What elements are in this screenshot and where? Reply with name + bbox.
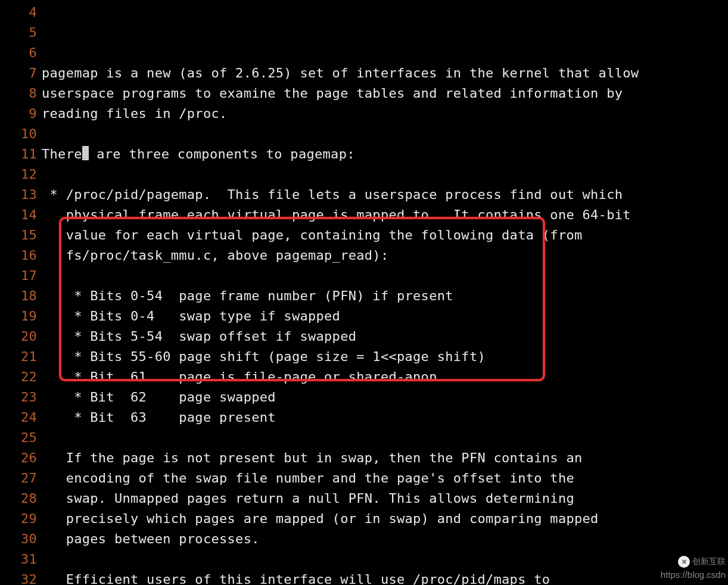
code-line[interactable] — [42, 428, 728, 448]
line-number: 23 — [0, 387, 37, 407]
code-area[interactable]: pagemap is a new (as of 2.6.25) set of i… — [42, 2, 728, 585]
code-line[interactable] — [42, 549, 728, 570]
line-number: 8 — [0, 83, 37, 104]
line-number-gutter: 4567891011121314151617181920212223242526… — [0, 2, 42, 585]
line-number: 16 — [0, 245, 37, 266]
code-line[interactable]: pagemap is a new (as of 2.6.25) set of i… — [42, 63, 728, 83]
code-line[interactable]: * Bits 55-60 page shift (page size = 1<<… — [42, 347, 728, 367]
code-line[interactable]: * Bits 0-54 page frame number (PFN) if p… — [42, 286, 728, 306]
line-number: 32 — [0, 570, 37, 585]
code-line[interactable]: * Bit 62 page swapped — [42, 387, 728, 407]
code-line[interactable] — [42, 124, 728, 144]
code-line[interactable]: precisely which pages are mapped (or in … — [42, 509, 728, 529]
code-line[interactable]: swap. Unmapped pages return a null PFN. … — [42, 488, 728, 509]
code-line[interactable] — [42, 164, 728, 185]
code-line[interactable]: There are three components to pagemap: — [42, 144, 728, 164]
watermark-url: https://blog.csdn — [661, 568, 726, 581]
line-number: 17 — [0, 266, 37, 286]
line-number: 21 — [0, 347, 37, 367]
line-number: 30 — [0, 529, 37, 549]
code-line[interactable]: reading files in /proc. — [42, 104, 728, 124]
watermark-logo-icon: ✕ — [678, 556, 690, 568]
line-number: 22 — [0, 367, 37, 387]
line-number: 12 — [0, 164, 37, 185]
code-line[interactable]: Efficient users of this interface will u… — [42, 570, 728, 585]
line-number: 11 — [0, 144, 37, 164]
watermark-brand-text: 创新互联 — [692, 555, 726, 568]
line-number: 24 — [0, 407, 37, 428]
code-line[interactable]: fs/proc/task_mmu.c, above pagemap_read): — [42, 245, 728, 266]
line-number: 27 — [0, 468, 37, 488]
line-number: 15 — [0, 225, 37, 245]
code-text: There — [42, 147, 82, 161]
line-number: 25 — [0, 428, 37, 448]
code-line[interactable]: userspace programs to examine the page t… — [42, 83, 728, 104]
code-line[interactable]: pages between processes. — [42, 529, 728, 549]
line-number: 18 — [0, 286, 37, 306]
code-line[interactable]: encoding of the swap file number and the… — [42, 468, 728, 488]
code-line[interactable]: * Bits 5-54 swap offset if swapped — [42, 326, 728, 347]
line-number: 28 — [0, 488, 37, 509]
line-number: 7 — [0, 63, 37, 83]
text-editor-view[interactable]: 4567891011121314151617181920212223242526… — [0, 0, 728, 585]
line-number: 5 — [0, 23, 37, 43]
line-number: 19 — [0, 306, 37, 326]
line-number: 26 — [0, 448, 37, 468]
text-cursor-icon — [82, 146, 89, 160]
line-number: 9 — [0, 104, 37, 124]
code-line[interactable] — [42, 266, 728, 286]
code-line[interactable]: If the page is not present but in swap, … — [42, 448, 728, 468]
line-number: 4 — [0, 2, 37, 23]
line-number: 6 — [0, 43, 37, 63]
line-number: 10 — [0, 124, 37, 144]
code-line[interactable]: * Bits 0-4 swap type if swapped — [42, 306, 728, 326]
code-line[interactable]: * /proc/pid/pagemap. This file lets a us… — [42, 185, 728, 205]
code-line[interactable]: physical frame each virtual page is mapp… — [42, 205, 728, 225]
line-number: 31 — [0, 549, 37, 570]
code-line[interactable]: value for each virtual page, containing … — [42, 225, 728, 245]
code-text: are three components to pagemap: — [89, 147, 355, 161]
code-line[interactable]: * Bit 61 page is file-page or shared-ano… — [42, 367, 728, 387]
line-number: 29 — [0, 509, 37, 529]
line-number: 14 — [0, 205, 37, 225]
watermark-brand: ✕ 创新互联 — [678, 555, 726, 568]
line-number: 13 — [0, 185, 37, 205]
code-line[interactable]: * Bit 63 page present — [42, 407, 728, 428]
line-number: 20 — [0, 326, 37, 347]
